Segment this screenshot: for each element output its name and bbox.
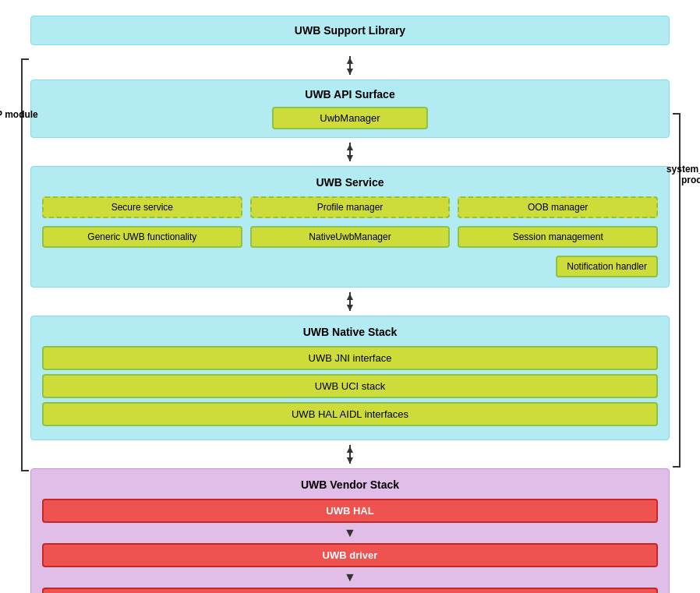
vendor-stack-title: UWB Vendor Stack xyxy=(42,478,658,491)
uci-stack-box: UWB UCI stack xyxy=(42,374,658,398)
service-title: UWB Service xyxy=(42,176,658,189)
system-label: system_server process xyxy=(666,164,700,185)
uwb-hal-box: UWB HAL xyxy=(42,499,658,523)
generic-uwb-box: Generic UWB functionality xyxy=(42,226,242,248)
uwb-driver-box: UWB driver xyxy=(42,543,658,567)
arrow-api-to-support: ▲ ▼ xyxy=(30,51,670,79)
aosp-bracket xyxy=(21,58,29,471)
native-stack-title: UWB Native Stack xyxy=(42,326,658,338)
uwb-vendor-stack: UWB Vendor Stack UWB HAL ▼ UWB driver ▼ … xyxy=(30,468,670,593)
jni-interface-box: UWB JNI interface xyxy=(42,346,658,370)
diagram-container: AOSP module system_server process UWB Su… xyxy=(30,16,670,593)
uwb-native-stack: UWB Native Stack UWB JNI interface UWB U… xyxy=(30,316,670,440)
vendor-arrow-2: ▼ xyxy=(42,570,658,584)
notification-handler-box: Notification handler xyxy=(556,256,658,277)
api-surface-title: UWB API Surface xyxy=(42,88,658,101)
hal-aidl-box: UWB HAL AIDL interfaces xyxy=(42,402,658,426)
uwb-support-library: UWB Support Library xyxy=(30,16,670,45)
arrow-service-to-native: ▲ ▼ xyxy=(30,288,670,316)
profile-manager-box: Profile manager xyxy=(250,196,451,218)
service-row-2: Generic UWB functionality NativeUwbManag… xyxy=(42,226,658,248)
uwb-api-surface: UWB API Surface UwbManager xyxy=(30,79,670,138)
vendor-arrow-1: ▼ xyxy=(42,526,658,540)
aosp-label: AOSP module xyxy=(0,109,38,120)
service-row-3: Notification handler xyxy=(42,256,658,277)
service-row-1: Secure service Profile manager OOB manag… xyxy=(42,196,658,218)
uwb-manager-box: UwbManager xyxy=(272,107,428,129)
oob-manager-box: OOB manager xyxy=(458,196,658,218)
secure-service-box: Secure service xyxy=(42,196,242,218)
native-uwb-manager-box: NativeUwbManager xyxy=(250,226,451,248)
arrow-native-to-vendor: ▲ ▼ xyxy=(30,440,670,468)
uwb-device-box: UWB device xyxy=(42,588,658,593)
uwb-service: UWB Service Secure service Profile manag… xyxy=(30,166,670,288)
arrow-api-to-service: ▲ ▼ xyxy=(30,138,670,166)
session-management-box: Session management xyxy=(458,226,658,248)
